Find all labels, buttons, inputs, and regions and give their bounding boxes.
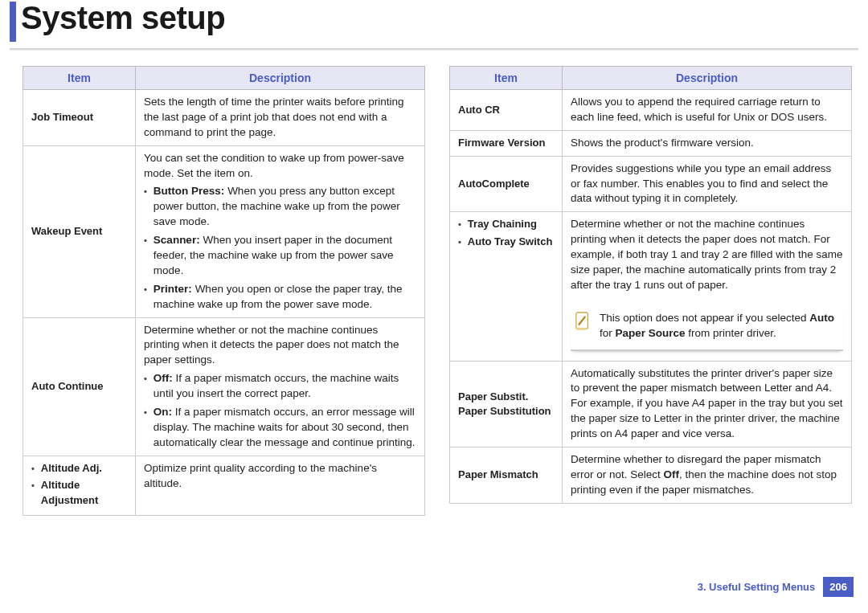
item-label: Paper Mismatch (450, 447, 563, 504)
item-label: Wakeup Event (23, 145, 136, 317)
table-row: Paper Substit. Paper Substitution Automa… (450, 361, 852, 447)
bullet-icon: • (31, 478, 35, 507)
right-column: Item Description Auto CR Allows you to a… (449, 66, 852, 565)
item-label: Job Timeout (23, 90, 136, 146)
item-desc: Determine whether or not the machine con… (563, 212, 852, 361)
table-row: Paper Mismatch Determine whether to disr… (450, 447, 852, 504)
item-desc: Determine whether or not the machine con… (136, 317, 425, 456)
table-row: Auto Continue Determine whether or not t… (23, 317, 425, 456)
bullet-icon: • (144, 371, 147, 402)
list-item: • Button Press: When you press any butto… (144, 184, 416, 230)
item-label: Paper Substit. Paper Substitution (450, 361, 563, 447)
item-desc: Sets the length of time the printer wait… (136, 90, 425, 146)
item-desc: Automatically substitutes the printer dr… (563, 361, 852, 447)
item-label: AutoComplete (450, 156, 563, 212)
list-item: • On: If a paper mismatch occurs, an err… (144, 405, 416, 451)
item-desc: Provides suggestions while you type an e… (563, 156, 852, 212)
left-column: Item Description Job Timeout Sets the le… (23, 66, 425, 565)
note-text: This option does not appear if you selec… (600, 311, 840, 341)
content-columns: Item Description Job Timeout Sets the le… (23, 66, 852, 565)
item-desc: You can set the condition to wake up fro… (136, 145, 425, 317)
table-row: Firmware Version Shows the product's fir… (450, 130, 852, 156)
bullet-icon: • (144, 282, 147, 313)
note-box: This option does not appear if you selec… (571, 308, 843, 351)
item-label: •Tray Chaining •Auto Tray Switch (450, 212, 563, 361)
page-footer: 3. Useful Setting Menus 206 (698, 577, 854, 597)
right-table: Item Description Auto CR Allows you to a… (449, 66, 852, 504)
page-title: System setup (21, 0, 225, 36)
left-table: Item Description Job Timeout Sets the le… (23, 66, 425, 516)
title-divider (10, 48, 858, 51)
table-row: Job Timeout Sets the length of time the … (23, 90, 425, 146)
item-label: Auto CR (450, 90, 563, 131)
item-label: •Altitude Adj. •Altitude Adjustment (23, 456, 136, 515)
list-item: • Printer: When you open or close the pa… (144, 282, 416, 313)
bullet-icon: • (144, 184, 147, 230)
bullet-icon: • (458, 217, 461, 232)
table-row: •Tray Chaining •Auto Tray Switch Determi… (450, 212, 852, 361)
note-icon (574, 311, 592, 332)
table-row: Wakeup Event You can set the condition t… (23, 145, 425, 317)
bullet-icon: • (144, 405, 147, 451)
title-accent-bar (10, 2, 16, 42)
table-row: •Altitude Adj. •Altitude Adjustment Opti… (23, 456, 425, 515)
col-header-desc: Description (563, 67, 852, 90)
col-header-desc: Description (136, 67, 425, 90)
item-desc: Optimize print quality according to the … (136, 456, 425, 515)
col-header-item: Item (450, 67, 563, 90)
table-row: Auto CR Allows you to append the require… (450, 90, 852, 131)
bullet-icon: • (144, 233, 147, 279)
item-desc: Determine whether to disregard the paper… (563, 447, 852, 504)
list-item: • Scanner: When you insert paper in the … (144, 233, 416, 279)
page-number: 206 (823, 577, 854, 597)
chapter-label: 3. Useful Setting Menus (698, 581, 816, 593)
item-desc: Allows you to append the required carria… (563, 90, 852, 131)
col-header-item: Item (23, 67, 136, 90)
item-label: Firmware Version (450, 130, 563, 156)
item-label: Auto Continue (23, 317, 136, 456)
list-item: • Off: If a paper mismatch occurs, the m… (144, 371, 416, 402)
bullet-icon: • (31, 461, 35, 476)
bullet-icon: • (458, 235, 461, 250)
item-desc: Shows the product's firmware version. (563, 130, 852, 156)
table-row: AutoComplete Provides suggestions while … (450, 156, 852, 212)
